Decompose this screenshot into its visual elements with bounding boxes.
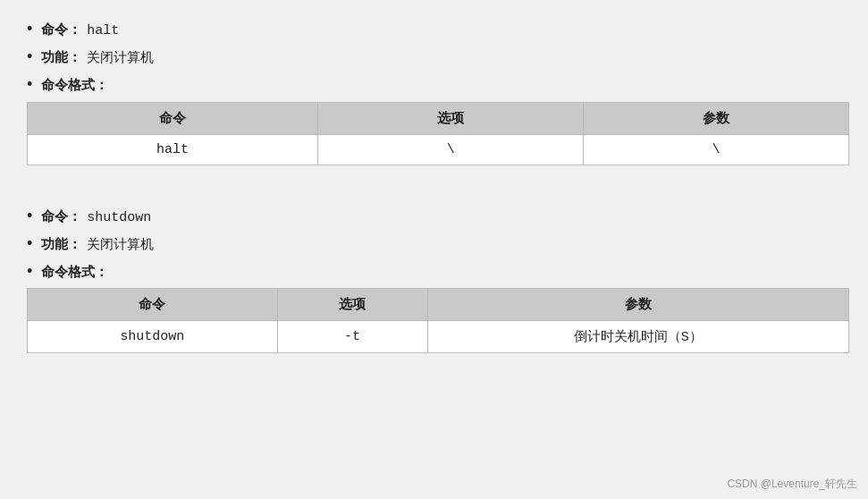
halt-row-param: \ (584, 134, 849, 165)
halt-row-command: halt (28, 134, 318, 165)
section-shutdown: • 命令： shutdown • 功能： 关闭计算机 • 命令格式： 命令 选项… (27, 205, 841, 354)
halt-format-line: • 命令格式： (27, 73, 841, 96)
shutdown-table-header: 命令 选项 参数 (28, 289, 849, 321)
shutdown-function-line: • 功能： 关闭计算机 (27, 233, 841, 255)
section-halt: • 命令： halt • 功能： 关闭计算机 • 命令格式： 命令 选项 参数 … (27, 18, 841, 165)
halt-col-param: 参数 (584, 102, 849, 134)
halt-table-row: halt \ \ (28, 134, 849, 165)
command-label-1: 命令： (41, 21, 81, 38)
shutdown-col-param: 参数 (427, 289, 849, 321)
shutdown-format-line: • 命令格式： (27, 260, 841, 283)
halt-col-option: 选项 (318, 102, 584, 134)
bullet-5: • (27, 233, 32, 255)
halt-table: 命令 选项 参数 halt \ \ (27, 102, 849, 165)
bullet-4: • (27, 205, 32, 227)
function-value-2: 关闭计算机 (87, 236, 154, 253)
function-value-1: 关闭计算机 (87, 49, 154, 66)
halt-row-option: \ (318, 134, 584, 165)
halt-table-header: 命令 选项 参数 (28, 102, 849, 134)
bullet-1: • (27, 18, 32, 40)
shutdown-col-option: 选项 (277, 289, 427, 321)
format-label-1: 命令格式： (41, 77, 108, 94)
halt-command-line: • 命令： halt (27, 18, 841, 40)
halt-function-line: • 功能： 关闭计算机 (27, 46, 841, 68)
command-value-1: halt (87, 23, 119, 38)
shutdown-table-row: shutdown -t 倒计时关机时间（S） (28, 321, 849, 353)
shutdown-row-option: -t (277, 321, 427, 353)
shutdown-row-param: 倒计时关机时间（S） (427, 321, 849, 353)
bullet-2: • (27, 46, 32, 68)
shutdown-table: 命令 选项 参数 shutdown -t 倒计时关机时间（S） (27, 288, 849, 353)
halt-col-command: 命令 (28, 102, 318, 134)
watermark: CSDN @Leventure_轩先生 (727, 477, 857, 492)
function-label-2: 功能： (41, 236, 81, 253)
command-label-2: 命令： (41, 208, 81, 225)
shutdown-command-line: • 命令： shutdown (27, 205, 841, 227)
shutdown-row-command: shutdown (28, 321, 278, 353)
command-value-2: shutdown (87, 210, 151, 225)
shutdown-col-command: 命令 (28, 289, 278, 321)
spacer (27, 187, 841, 205)
function-label-1: 功能： (41, 49, 81, 66)
bullet-6: • (27, 260, 32, 283)
bullet-3: • (27, 73, 32, 96)
format-label-2: 命令格式： (41, 264, 108, 281)
